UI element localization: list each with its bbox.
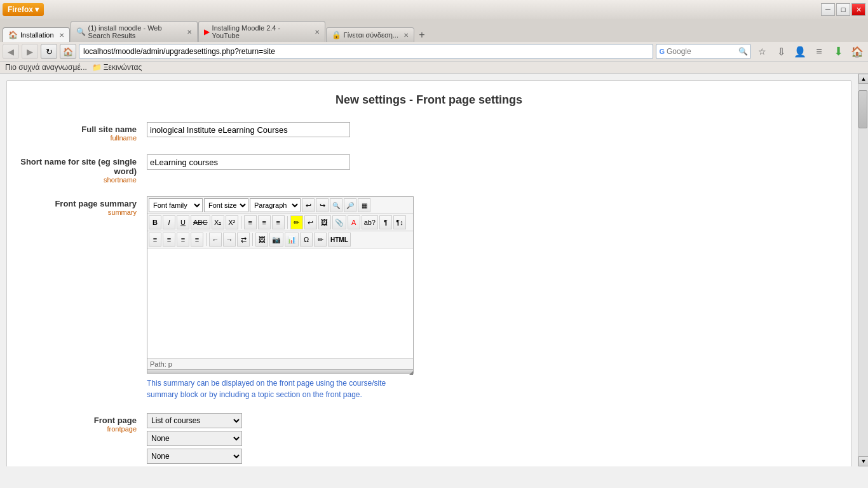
scrollbar-up-button[interactable]: ▲ (858, 74, 868, 84)
rte-anchor-btn[interactable]: ⇄ (237, 233, 250, 247)
tab-label-search: (1) install moodle - Web Search Results (88, 24, 182, 39)
rte-special-btn[interactable]: Ω (300, 233, 313, 247)
fullname-field-col (147, 122, 838, 137)
rte-media-btn[interactable]: 📎 (332, 215, 346, 229)
minimize-button[interactable]: ─ (821, 3, 835, 16)
tab-search-results[interactable]: 🔍 (1) install moodle - Web Search Result… (71, 21, 198, 42)
bookmark-getting-started-label: Ξεκινώντας (104, 63, 142, 72)
rte-bgcolor-btn[interactable]: ab? (362, 215, 378, 229)
tab-close-installation[interactable]: ✕ (59, 32, 64, 39)
form-row-shortname: Short name for site (eg single word) sho… (20, 154, 838, 184)
bookmark-getting-started[interactable]: 📁 Ξεκινώντας (92, 63, 142, 72)
rte-resize-handle[interactable]: ◢ (147, 369, 413, 373)
frontpage-label-col: Front page frontpage (20, 413, 147, 433)
rte-find2-btn[interactable]: 🔎 (344, 198, 356, 212)
rte-subscript-btn[interactable]: X₂ (212, 215, 224, 229)
google-icon: G (659, 48, 665, 55)
search-submit-icon[interactable]: 🔍 (738, 47, 748, 56)
refresh-button[interactable]: ↻ (41, 44, 57, 59)
shortname-input[interactable] (147, 154, 350, 170)
front-page-selects: List of courses None None List of course… (147, 413, 838, 464)
bookmark-star-icon[interactable]: ☆ (754, 44, 770, 59)
shortname-label-col: Short name for site (eg single word) sho… (20, 154, 147, 184)
rte-img-btn[interactable]: 🖼 (255, 233, 268, 247)
rte-bold-btn[interactable]: B (149, 215, 161, 229)
tab-close-search[interactable]: ✕ (187, 29, 192, 36)
title-bar: Firefox ▾ ─ □ ✕ (0, 0, 868, 19)
rte-path-bar: Path: p (147, 358, 413, 369)
rte-fontcolor-btn[interactable]: A (348, 215, 360, 229)
rte-removeformat-btn[interactable]: ↩ (304, 215, 317, 229)
tab-label-installation: Installation (20, 31, 54, 39)
rte-underline-btn[interactable]: U (177, 215, 189, 229)
rte-align-center-btn[interactable]: ≡ (258, 215, 271, 229)
title-bar-left: Firefox ▾ (3, 3, 44, 16)
frontpage-select-3[interactable]: None List of courses (147, 449, 242, 464)
url-bar[interactable] (79, 44, 653, 59)
font-size-select[interactable]: Font size (204, 198, 248, 212)
rte-redo-btn[interactable]: ↪ (316, 198, 329, 212)
back-button[interactable]: ◀ (3, 44, 19, 59)
rte-file-btn[interactable]: 📷 (269, 233, 283, 247)
home-button[interactable]: 🏠 (60, 44, 76, 59)
menu-icon[interactable]: ≡ (811, 44, 827, 59)
rte-edit-btn[interactable]: ✏ (314, 233, 327, 247)
firefox-menu-button[interactable]: Firefox ▾ (3, 3, 44, 16)
scrollbar: ▲ ▼ (858, 74, 868, 466)
ext-icon[interactable]: 🏠 (849, 44, 865, 59)
summary-label-col: Front page summary summary (20, 196, 147, 216)
frontpage-select-1[interactable]: List of courses None (147, 413, 242, 428)
rte-textarea[interactable] (147, 248, 413, 356)
profile-icon[interactable]: 👤 (792, 44, 808, 59)
rte-pilcrow2-btn[interactable]: ¶↕ (393, 215, 406, 229)
rte-strikethrough-btn[interactable]: ABC (191, 215, 210, 229)
maximize-button[interactable]: □ (836, 3, 850, 16)
bookmarks-bar: Πιο συχνά αναγνωσμέ... 📁 Ξεκινώντας (0, 62, 868, 74)
rte-separator4 (252, 233, 253, 246)
title-bar-controls: ─ □ ✕ (821, 3, 865, 16)
tab-close-connecting[interactable]: ✕ (403, 32, 409, 39)
rte-chart-btn[interactable]: 📊 (285, 233, 299, 247)
rte-superscript-btn[interactable]: X² (226, 215, 238, 229)
nav-bar: ◀ ▶ ↻ 🏠 G 🔍 ☆ ⇩ 👤 ≡ ⬇ 🏠 (0, 42, 868, 62)
fullname-input[interactable] (147, 122, 350, 137)
rte-link-btn[interactable]: ← (209, 233, 222, 247)
tab-close-youtube[interactable]: ✕ (315, 29, 320, 36)
search-input[interactable] (667, 47, 736, 56)
font-family-select[interactable]: Font family (149, 198, 203, 212)
scrollbar-thumb[interactable] (858, 90, 867, 128)
bookmark-folder-icon: 📁 (92, 63, 102, 72)
browser-chrome: Firefox ▾ ─ □ ✕ 🏠 Installation ✕ 🔍 (1) i… (0, 0, 868, 466)
paragraph-select[interactable]: Paragraph (250, 198, 301, 212)
download-icon[interactable]: ⬇ (830, 44, 846, 59)
frontpage-select-2[interactable]: None List of courses (147, 431, 242, 446)
rte-ul-btn[interactable]: ≡ (149, 233, 161, 247)
rte-undo-btn[interactable]: ↩ (302, 198, 315, 212)
tab-bar: 🏠 Installation ✕ 🔍 (1) install moodle - … (0, 19, 868, 42)
close-button[interactable]: ✕ (851, 3, 865, 16)
rte-indent-inc-btn[interactable]: ≡ (191, 233, 203, 247)
forward-button[interactable]: ▶ (22, 44, 38, 59)
rte-highlight-btn[interactable]: ✏ (290, 215, 303, 229)
new-tab-button[interactable]: + (415, 28, 429, 42)
rte-unlink-btn[interactable]: → (223, 233, 236, 247)
rte-find-btn[interactable]: 🔍 (330, 198, 342, 212)
rte-image-btn[interactable]: 🖼 (318, 215, 331, 229)
shortname-field-col (147, 154, 838, 170)
rte-pilcrow-btn[interactable]: ¶ (379, 215, 392, 229)
bookmark-frequent[interactable]: Πιο συχνά αναγνωσμέ... (5, 63, 87, 72)
bookmark-icon[interactable]: ⇩ (773, 44, 789, 59)
rte-indent-dec-btn[interactable]: ≡ (177, 233, 189, 247)
rte-html-btn[interactable]: HTML (328, 233, 351, 247)
rte-table-btn[interactable]: ▦ (358, 198, 370, 212)
tab-installation[interactable]: 🏠 Installation ✕ (3, 27, 70, 42)
scrollbar-track[interactable] (858, 84, 868, 456)
rte-align-left-btn[interactable]: ≡ (244, 215, 257, 229)
rte-align-right-btn[interactable]: ≡ (272, 215, 285, 229)
scrollbar-down-button[interactable]: ▼ (858, 456, 868, 466)
fullname-label: Full site name (20, 125, 137, 134)
rte-italic-btn[interactable]: I (163, 215, 175, 229)
tab-youtube[interactable]: ▶ Installing Moodle 2.4 - YouTube ✕ (198, 21, 325, 42)
rte-ol-btn[interactable]: ≡ (163, 233, 175, 247)
tab-connecting[interactable]: 🔒 Γίνεται σύνδεση... ✕ (326, 27, 414, 42)
